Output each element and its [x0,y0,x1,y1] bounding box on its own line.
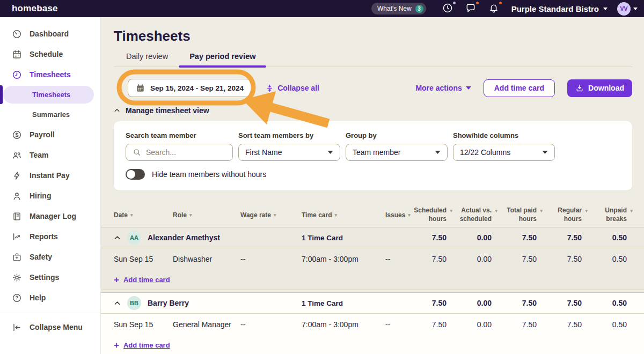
safety-icon [12,252,22,262]
sidebar-item-settings[interactable]: Settings [0,267,100,287]
add-time-card-link[interactable]: + Add time card [114,275,170,284]
plus-icon: + [114,275,119,284]
business-name: Purple Standard Bistro [511,4,599,13]
cell-regular-hours: 7.50 [543,320,588,329]
collapse-menu-icon [12,322,22,333]
search-input[interactable]: Search... [126,144,233,161]
sidebar-item-timesheets[interactable]: Timesheets [0,64,100,85]
sidebar-item-summaries[interactable]: Summaries [0,105,100,124]
whats-new-label: What's New [377,5,412,12]
sidebar-item-help[interactable]: Help [0,287,100,308]
actual-vs-scheduled-total: 0.00 [453,299,498,307]
collapse-group-chevron-icon[interactable] [114,234,121,241]
whats-new-button[interactable]: What's New 3 [371,3,426,14]
regular-hours-total: 7.50 [543,299,588,307]
group-header-row[interactable]: AA Alexander Amethyst 1 Time Card 7.50 0… [101,227,644,248]
sidebar-item-manager-log[interactable]: Manager Log [0,206,100,226]
sidebar-item-timesheets-sub[interactable]: Timesheets [0,85,100,105]
cell-time-card: 7:00am - 3:00pm [302,320,385,329]
group-by-select[interactable]: Team member [346,144,448,161]
cell-actual-vs-scheduled: 0.00 [453,320,498,329]
scheduled-hours-total: 7.50 [413,299,453,307]
toggle-label: Hide team members without hours [152,170,266,179]
sidebar-item-safety[interactable]: Safety [0,247,100,267]
cell-time-card: 7:00am - 3:00pm [302,255,385,263]
column-header-time-card[interactable]: Time card▾ [302,211,385,219]
page-title: Timesheets [114,28,632,45]
more-actions-button[interactable]: More actions [415,84,471,92]
cell-wage-rate: -- [240,320,302,329]
collapse-menu-button[interactable]: Collapse Menu [0,317,100,337]
collapse-all-icon [266,84,274,92]
time-card-count: 1 Time Card [302,299,385,307]
column-header-issues[interactable]: Issues▾ [385,211,413,219]
active-indicator [0,85,3,104]
sidebar-item-team[interactable]: Team [0,145,100,165]
account-menu[interactable]: VV [617,2,638,16]
sidebar-item-schedule[interactable]: Schedule [0,44,100,64]
sort-caret-icon: ▾ [334,212,337,218]
tab-daily-review[interactable]: Daily review [115,52,179,67]
date-range-value: Sep 15, 2024 - Sep 21, 2024 [150,84,244,92]
columns-select[interactable]: 12/22 Columns [453,144,555,161]
clock-icon[interactable] [442,3,454,14]
download-button[interactable]: Download [567,79,632,97]
date-range-picker[interactable]: Sep 15, 2024 - Sep 21, 2024 [128,79,252,97]
manage-timesheet-view-toggle[interactable]: Manage timesheet view [114,106,632,115]
cell-total-paid-hours: 7.50 [498,255,543,263]
column-header-scheduled-hours[interactable]: Scheduled hours▾ [413,206,453,223]
dashboard-icon [12,29,22,39]
sidebar-item-dashboard[interactable]: Dashboard [0,24,100,44]
collapse-all-button[interactable]: Collapse all [266,84,319,92]
avatar: VV [617,2,631,16]
cell-date: Sun Sep 15 [114,320,173,329]
sort-caret-icon: ▾ [630,208,633,215]
schedule-icon [12,49,22,60]
sort-caret-icon: ▾ [408,212,411,218]
cell-regular-hours: 7.50 [543,255,588,263]
sort-select[interactable]: First Name [238,144,340,161]
scheduled-hours-total: 7.50 [413,233,453,242]
cell-scheduled-hours: 7.50 [413,320,453,329]
sort-caret-icon: ▾ [274,212,276,218]
collapse-group-chevron-icon[interactable] [114,300,121,307]
sort-caret-icon: ▾ [585,208,588,215]
tab-pay-period-review[interactable]: Pay period review [179,52,266,67]
bell-icon[interactable] [488,3,500,14]
chat-icon[interactable] [465,3,477,14]
download-icon [575,84,584,92]
sidebar-item-instant-pay[interactable]: Instant Pay [0,165,100,186]
column-header-wage-rate[interactable]: Wage rate▾ [240,211,302,219]
instant-pay-icon [12,171,22,181]
regular-hours-total: 7.50 [543,233,588,242]
sidebar-item-hiring[interactable]: Hiring [0,186,100,206]
column-header-unpaid-breaks[interactable]: Unpaid breaks▾ [588,206,633,223]
group-header-row[interactable]: BB Barry Berry 1 Time Card 7.50 0.00 7.5… [101,293,644,313]
manager-log-icon [12,211,22,222]
sort-caret-icon: ▾ [495,208,497,215]
column-header-actual-vs-scheduled[interactable]: Actual vs. scheduled▾ [453,206,498,223]
sidebar-item-reports[interactable]: Reports [0,226,100,247]
time-card-row[interactable]: Sun Sep 15 Dishwasher -- 7:00am - 3:00pm… [101,248,644,269]
column-header-regular-hours[interactable]: Regular hours▾ [543,206,588,223]
total-paid-hours-total: 7.50 [498,299,543,307]
cell-role: General Manager [173,320,240,329]
hide-members-toggle[interactable] [126,169,145,180]
column-header-total-paid-hours[interactable]: Total paid hours▾ [498,206,543,223]
sidebar-item-payroll[interactable]: Payroll [0,124,100,145]
unpaid-breaks-total: 0.50 [588,233,633,242]
notification-dot [499,2,502,4]
columns-label: Show/hide columns [453,131,555,139]
group-by-label: Group by [346,131,448,139]
payroll-icon [12,130,22,140]
column-header-role[interactable]: Role▾ [173,211,240,219]
cell-unpaid-breaks: 0.50 [588,320,633,329]
time-card-row[interactable]: Sun Sep 15 General Manager -- 7:00am - 3… [101,313,644,335]
column-header-date[interactable]: Date▾ [114,211,173,219]
business-selector[interactable]: Purple Standard Bistro [511,4,608,13]
cell-role: Dishwasher [173,255,240,263]
add-time-card-link[interactable]: + Add time card [114,341,170,350]
cell-unpaid-breaks: 0.50 [588,255,633,263]
cell-issues: -- [385,255,413,263]
add-time-card-button[interactable]: Add time card [484,79,555,97]
